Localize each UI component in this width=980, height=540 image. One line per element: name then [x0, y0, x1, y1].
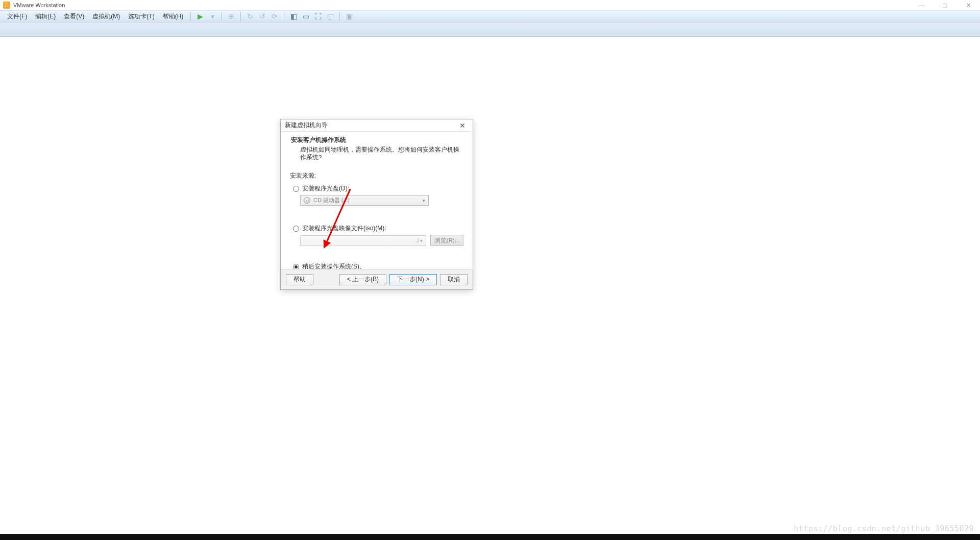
dialog-heading: 安装客户机操作系统	[291, 136, 462, 144]
fit-icon[interactable]: ⛶	[313, 12, 323, 21]
radio-icon	[293, 226, 299, 232]
play-icon[interactable]: ▶	[195, 12, 205, 21]
iso-path-input[interactable]: J ▾	[300, 235, 426, 246]
cancel-button[interactable]: 取消	[440, 274, 468, 285]
separator	[240, 12, 241, 21]
thumbnail-icon[interactable]: ▭	[301, 12, 310, 21]
menu-vm[interactable]: 虚拟机(M)	[88, 11, 124, 22]
chevron-down-icon: ▾	[423, 198, 425, 203]
content-area	[0, 37, 980, 540]
toolbar-icon[interactable]: ⟳	[270, 12, 279, 21]
menu-tabs[interactable]: 选项卡(T)	[124, 11, 158, 22]
source-label: 安装来源:	[290, 171, 463, 180]
dialog-body: 安装来源: 安装程序光盘(D): CD 驱动器 (J:) ▾ 安装程序光盘映像文…	[281, 166, 473, 284]
toolbar-icon[interactable]: ↻	[246, 12, 255, 21]
separator	[339, 12, 340, 21]
back-button[interactable]: < 上一步(B)	[339, 274, 386, 285]
radio-disc-label: 安装程序光盘(D):	[302, 184, 349, 193]
radio-installer-disc[interactable]: 安装程序光盘(D):	[290, 184, 463, 193]
radio-iso-label: 安装程序光盘映像文件(iso)(M):	[302, 224, 386, 233]
unity-icon[interactable]: ▣	[345, 12, 354, 21]
close-button[interactable]: ✕	[957, 0, 980, 10]
dialog-header: 安装客户机操作系统 虚拟机如同物理机，需要操作系统。您将如何安装客户机操作系统?	[281, 132, 473, 166]
radio-icon	[293, 186, 299, 192]
radio-iso-file[interactable]: 安装程序光盘映像文件(iso)(M):	[290, 224, 463, 233]
dialog-titlebar[interactable]: 新建虚拟机向导 ✕	[281, 119, 473, 132]
disc-drive-combo[interactable]: CD 驱动器 (J:) ▾	[300, 195, 429, 206]
new-vm-wizard-dialog: 新建虚拟机向导 ✕ 安装客户机操作系统 虚拟机如同物理机，需要操作系统。您将如何…	[280, 119, 473, 290]
disc-drive-label: CD 驱动器 (J:)	[313, 197, 350, 204]
watermark-text: https://blog.csdn.net/github_39655029	[794, 524, 974, 533]
separator	[222, 12, 222, 21]
browse-button[interactable]: 浏览(R)...	[430, 235, 463, 246]
dialog-title: 新建虚拟机向导	[285, 121, 328, 130]
next-button[interactable]: 下一步(N) >	[389, 274, 437, 285]
sidebar-toggle-icon[interactable]: ◧	[289, 12, 298, 21]
minimize-button[interactable]: —	[910, 0, 933, 10]
title-bar: □ VMware Workstation — ▢ ✕	[0, 0, 980, 10]
tab-strip	[0, 22, 980, 37]
taskbar	[0, 534, 980, 540]
window-controls: — ▢ ✕	[910, 0, 980, 10]
help-button[interactable]: 帮助	[286, 274, 313, 285]
disc-icon	[304, 197, 310, 204]
menu-bar: 文件(F) 编辑(E) 查看(V) 虚拟机(M) 选项卡(T) 帮助(H) ▶ …	[0, 10, 980, 22]
separator	[284, 12, 284, 21]
dialog-footer: 帮助 < 上一步(B) 下一步(N) > 取消	[281, 269, 473, 289]
toolbar-icon[interactable]: ⊕	[227, 12, 236, 21]
dialog-subheading: 虚拟机如同物理机，需要操作系统。您将如何安装客户机操作系统?	[291, 146, 462, 161]
menu-view[interactable]: 查看(V)	[60, 11, 88, 22]
maximize-button[interactable]: ▢	[933, 0, 957, 10]
menu-file[interactable]: 文件(F)	[3, 11, 31, 22]
iso-row: J ▾ 浏览(R)...	[300, 235, 463, 246]
menu-edit[interactable]: 编辑(E)	[31, 11, 60, 22]
dropdown-icon[interactable]: ▾	[208, 12, 217, 21]
app-icon: □	[3, 2, 10, 9]
separator	[190, 12, 191, 21]
toolbar-icon[interactable]: ↺	[258, 12, 267, 21]
close-icon[interactable]: ✕	[456, 121, 469, 130]
menu-help[interactable]: 帮助(H)	[159, 11, 188, 22]
iso-combo-indicator: J ▾	[416, 238, 423, 243]
fullscreen-icon[interactable]: ▢	[326, 12, 335, 21]
app-title: VMware Workstation	[13, 2, 65, 8]
